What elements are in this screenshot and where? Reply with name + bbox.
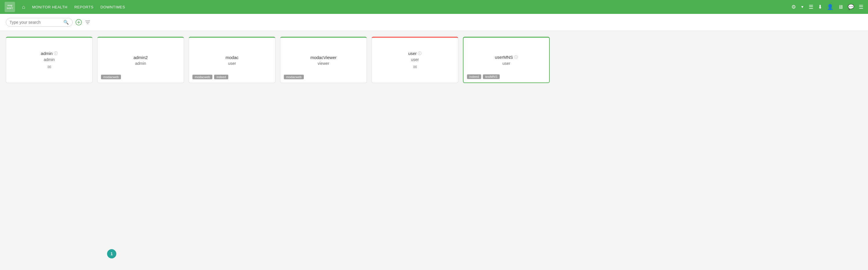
settings-icon[interactable]: ⚙ [791,4,796,10]
search-input-container[interactable]: 🔍 [6,18,73,27]
nav-icons: ⚙ ▼ ☰ ⬇ 👤 🖥 💬 ☰ [791,4,863,10]
monitor-icon[interactable]: 🖥 [838,4,843,10]
card-role-modacViewer: viewer [318,61,329,66]
email-icon-user: ✉ [413,64,417,70]
search-input[interactable] [9,20,62,25]
card-name-admin2: admin2 [133,55,148,60]
rss-icon[interactable]: ☰ [809,4,813,10]
home-icon[interactable]: ⌂ [22,4,25,10]
chat-icon[interactable]: 💬 [848,4,854,10]
card-role-admin2: admin [135,61,146,66]
menu-icon[interactable]: ☰ [859,4,863,10]
card-tags-admin2: modacweb [101,74,121,79]
searchbar-wrapper: 🔍 [0,14,868,31]
filter-button[interactable] [85,20,91,25]
nav-reports[interactable]: REPORTS [74,5,93,9]
card-modacViewer[interactable]: modacViewerviewermodacweb [280,37,367,83]
floating-badge[interactable]: 1 [107,249,116,259]
download-icon[interactable]: ⬇ [818,4,822,10]
info-icon-userMNS: ⓘ [514,55,518,60]
top-navigation: mug SOFT ⌂ MONITOR HEALTH REPORTS DOWNTI… [0,0,868,14]
email-icon-admin: ✉ [48,64,51,70]
nav-monitor-health[interactable]: MONITOR HEALTH [32,5,67,9]
tag-indeed: indeed [467,74,481,79]
tag-modacweb: modacweb [284,74,304,79]
add-button[interactable] [75,19,82,26]
cards-container: admin ⓘadmin✉admin2adminmodacwebmodacuse… [0,31,868,89]
card-name-userMNS: userMNS ⓘ [495,55,518,60]
card-modac[interactable]: modacusermodacwebindeed [189,37,275,83]
card-role-user: user [411,57,418,62]
badge-count: 1 [111,251,113,256]
card-admin[interactable]: admin ⓘadmin✉ [6,37,93,83]
card-tags-modacViewer: modacweb [284,74,304,79]
tag-modacweb: modacweb [101,74,121,79]
info-icon-user: ⓘ [418,51,422,56]
nav-downtimes[interactable]: DOWNTIMES [100,5,125,9]
logo: mug SOFT [5,2,15,12]
card-name-user: user ⓘ [408,51,422,56]
dropdown-arrow-icon[interactable]: ▼ [801,5,804,9]
card-tags-modac: modacwebindeed [192,74,228,79]
tag-testMNS: testMNS [483,74,500,79]
card-role-userMNS: user [502,61,510,66]
nav-links: MONITOR HEALTH REPORTS DOWNTIMES [32,5,125,9]
add-circle-icon [75,19,82,26]
info-icon-admin: ⓘ [54,51,58,56]
card-name-modac: modac [225,55,239,60]
card-user[interactable]: user ⓘuser✉ [372,37,458,83]
card-role-modac: user [228,61,236,66]
search-icon: 🔍 [63,20,69,25]
card-tags-userMNS: indeedtestMNS [467,74,500,79]
tag-modacweb: modacweb [192,74,212,79]
user-icon[interactable]: 👤 [827,4,833,10]
card-name-modacViewer: modacViewer [310,55,337,60]
card-role-admin: admin [44,57,55,62]
card-name-admin: admin ⓘ [41,51,58,56]
card-admin2[interactable]: admin2adminmodacweb [97,37,184,83]
tag-indeed: indeed [214,74,228,79]
logo-text: mug SOFT [5,4,15,9]
filter-icon [85,20,91,25]
card-userMNS[interactable]: userMNS ⓘuserindeedtestMNS [463,37,550,83]
